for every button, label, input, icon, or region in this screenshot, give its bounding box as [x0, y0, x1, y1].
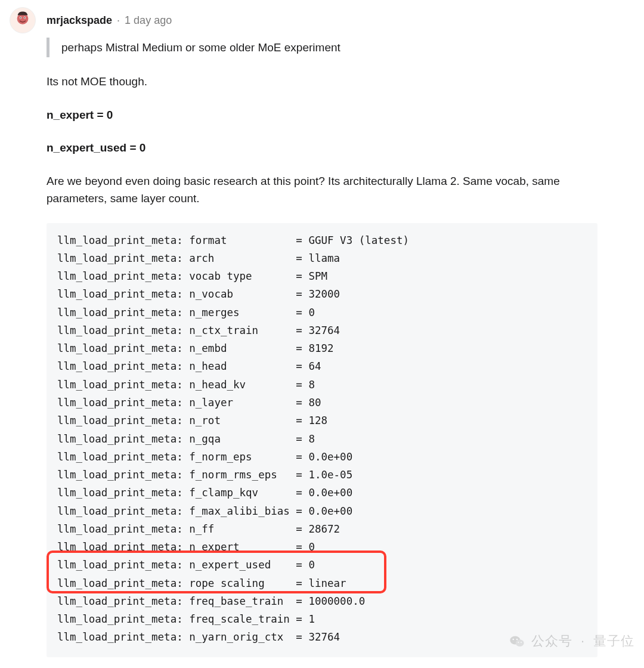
paragraph-1: Its not MOE though.	[47, 73, 597, 90]
quoted-text: perhaps Mistral Medium or some older MoE…	[47, 38, 597, 57]
quote-content: perhaps Mistral Medium or some older MoE…	[61, 41, 340, 54]
paragraph-2: Are we beyond even doing basic research …	[47, 172, 597, 208]
username[interactable]: mrjackspade	[47, 14, 112, 27]
comment-age: 1 day ago	[125, 14, 172, 27]
code-block: llm_load_print_meta: format = GGUF V3 (l…	[47, 223, 597, 657]
svg-point-5	[24, 17, 26, 18]
bold-line-n-expert: n_expert = 0	[47, 106, 597, 123]
svg-point-4	[20, 17, 21, 18]
avatar-icon	[13, 10, 33, 30]
avatar-wrap	[10, 7, 36, 33]
avatar[interactable]	[10, 7, 36, 33]
comment-body: perhaps Mistral Medium or some older MoE…	[47, 38, 597, 657]
comment-container: mrjackspade · 1 day ago perhaps Mistral …	[0, 0, 644, 657]
bold-line-n-expert-used: n_expert_used = 0	[47, 139, 597, 156]
comment-header: mrjackspade · 1 day ago	[47, 10, 597, 27]
separator-dot: ·	[117, 14, 120, 27]
